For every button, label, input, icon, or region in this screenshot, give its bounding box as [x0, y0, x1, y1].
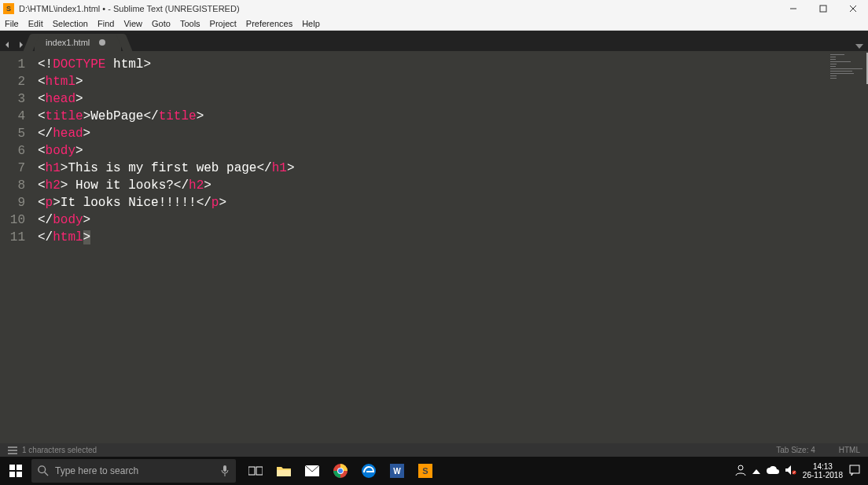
- tab-dirty-icon: [99, 39, 105, 46]
- svg-rect-1: [820, 6, 826, 12]
- menu-help[interactable]: Help: [302, 19, 320, 28]
- mic-icon[interactable]: [220, 465, 230, 477]
- clock-date: 26-11-2018: [803, 471, 843, 479]
- line-number: 9: [0, 194, 25, 211]
- status-language[interactable]: HTML: [839, 446, 860, 454]
- line-number: 6: [0, 142, 25, 160]
- svg-text:W: W: [393, 467, 401, 476]
- menu-tools[interactable]: Tools: [180, 19, 200, 28]
- tray-clock[interactable]: 14:13 26-11-2018: [803, 462, 843, 479]
- window-controls: [778, 0, 868, 17]
- word-icon[interactable]: W: [387, 461, 407, 481]
- status-tab-size[interactable]: Tab Size: 4: [776, 446, 815, 454]
- menu-bar: FileEditSelectionFindViewGotoToolsProjec…: [0, 17, 868, 31]
- close-button[interactable]: [838, 0, 868, 17]
- svg-text:S: S: [422, 466, 428, 476]
- svg-point-20: [338, 468, 343, 473]
- window-title: D:\HTML\index1.html • - Sublime Text (UN…: [19, 4, 240, 13]
- code-line[interactable]: <p>It looks Nice!!!!!</p>: [38, 194, 868, 211]
- svg-rect-4: [8, 446, 17, 448]
- nav-back-button[interactable]: [1, 39, 13, 51]
- menu-file[interactable]: File: [5, 19, 19, 28]
- line-number: 3: [0, 90, 25, 108]
- menu-find[interactable]: Find: [97, 19, 114, 28]
- file-explorer-icon[interactable]: [274, 461, 294, 481]
- menu-preferences[interactable]: Preferences: [246, 19, 292, 28]
- line-number: 7: [0, 160, 25, 177]
- code-line[interactable]: </body>: [38, 211, 868, 229]
- taskbar-search-box[interactable]: Type here to search: [31, 459, 236, 483]
- mail-icon[interactable]: [302, 461, 322, 481]
- svg-rect-14: [248, 467, 255, 475]
- svg-rect-5: [8, 450, 17, 451]
- tab-bar: index1.html: [0, 31, 868, 51]
- code-line[interactable]: <html>: [38, 73, 868, 90]
- code-line[interactable]: <head>: [38, 90, 868, 108]
- svg-rect-29: [850, 465, 859, 473]
- svg-rect-15: [256, 467, 263, 475]
- code-line[interactable]: </head>: [38, 125, 868, 142]
- line-gutter: 1234567891011: [0, 51, 31, 443]
- svg-rect-6: [8, 453, 17, 454]
- menu-project[interactable]: Project: [210, 19, 237, 28]
- svg-point-26: [738, 465, 743, 470]
- line-number: 1: [0, 56, 25, 73]
- svg-point-11: [39, 466, 46, 473]
- line-number: 8: [0, 177, 25, 194]
- code-line[interactable]: <title>WebPage</title>: [38, 108, 868, 125]
- line-number: 10: [0, 211, 25, 229]
- status-selection: 1 characters selected: [22, 446, 97, 454]
- title-bar: S D:\HTML\index1.html • - Sublime Text (…: [0, 0, 868, 17]
- line-number: 5: [0, 125, 25, 142]
- svg-rect-10: [17, 472, 22, 477]
- code-line[interactable]: <h2> How it looks?</h2>: [38, 177, 868, 194]
- task-view-icon[interactable]: [245, 461, 266, 481]
- menu-edit[interactable]: Edit: [28, 19, 43, 28]
- clock-time: 14:13: [803, 462, 843, 471]
- code-editor[interactable]: 1234567891011 <!DOCTYPE html><html><head…: [0, 51, 868, 443]
- svg-rect-13: [223, 465, 226, 472]
- people-icon[interactable]: [735, 465, 746, 478]
- search-placeholder: Type here to search: [55, 465, 138, 476]
- tray-expand-icon[interactable]: [752, 465, 760, 476]
- onedrive-icon[interactable]: [767, 465, 779, 476]
- edge-icon[interactable]: [359, 461, 379, 481]
- search-icon: [38, 465, 49, 476]
- minimize-button[interactable]: [778, 0, 808, 17]
- maximize-button[interactable]: [808, 0, 838, 17]
- line-number: 4: [0, 108, 25, 125]
- start-button[interactable]: [0, 457, 31, 485]
- status-bar: 1 characters selected Tab Size: 4 HTML: [0, 443, 868, 457]
- code-line[interactable]: <body>: [38, 142, 868, 160]
- svg-rect-7: [9, 465, 15, 470]
- svg-line-12: [45, 472, 48, 476]
- tab-label: index1.html: [46, 38, 90, 47]
- line-number: 11: [0, 229, 25, 246]
- code-line[interactable]: </html>: [38, 229, 868, 246]
- svg-rect-9: [9, 472, 15, 477]
- minimap[interactable]: [829, 51, 868, 443]
- code-line[interactable]: <!DOCTYPE html>: [38, 56, 868, 73]
- svg-rect-8: [17, 465, 22, 470]
- app-icon: S: [3, 3, 14, 14]
- action-center-icon[interactable]: [849, 465, 860, 478]
- menu-view[interactable]: View: [123, 19, 142, 28]
- code-line[interactable]: <h1>This is my first web page</h1>: [38, 160, 868, 177]
- volume-icon[interactable]: [785, 465, 796, 477]
- panel-switcher-icon[interactable]: [8, 446, 17, 454]
- windows-taskbar: Type here to search W S 14:13 26-11-2018: [0, 457, 868, 485]
- sublime-taskbar-icon[interactable]: S: [415, 461, 436, 481]
- svg-rect-16: [277, 470, 291, 476]
- tab-dropdown-icon[interactable]: [855, 40, 863, 51]
- menu-selection[interactable]: Selection: [53, 19, 88, 28]
- file-tab[interactable]: index1.html: [35, 34, 121, 51]
- code-area[interactable]: <!DOCTYPE html><html><head><title>WebPag…: [31, 51, 868, 443]
- chrome-icon[interactable]: [330, 461, 351, 481]
- menu-goto[interactable]: Goto: [152, 19, 171, 28]
- line-number: 2: [0, 73, 25, 90]
